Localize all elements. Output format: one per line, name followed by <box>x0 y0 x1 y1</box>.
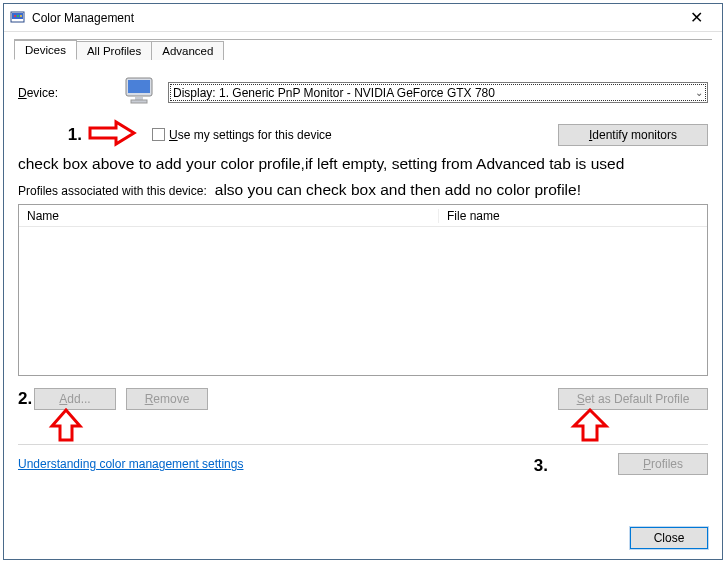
add-button[interactable]: Add... <box>34 388 116 410</box>
svg-rect-8 <box>131 100 147 103</box>
remove-button[interactable]: Remove <box>126 388 208 410</box>
window-close-button[interactable]: ✕ <box>676 8 716 27</box>
use-my-settings-label: Use my settings for this device <box>169 128 332 142</box>
close-button[interactable]: Close <box>630 527 708 549</box>
annotation-line2: also you can check box and then add no c… <box>215 180 581 200</box>
set-default-profile-button[interactable]: Set as Default Profile <box>558 388 708 410</box>
device-dropdown[interactable]: Display: 1. Generic PnP Monitor - NVIDIA… <box>168 82 708 103</box>
red-arrow-right-icon <box>88 119 138 150</box>
app-icon <box>10 10 26 26</box>
svg-point-2 <box>14 15 16 17</box>
annotation-step3: 3. <box>534 456 548 476</box>
red-arrow-up-icon-2 <box>48 408 84 445</box>
window: Color Management ✕ Devices All Profiles … <box>3 3 723 560</box>
tab-advanced[interactable]: Advanced <box>151 41 224 60</box>
profiles-assoc-label: Profiles associated with this device: <box>18 184 207 198</box>
svg-rect-6 <box>128 80 150 93</box>
device-selected-text: Display: 1. Generic PnP Monitor - NVIDIA… <box>173 86 495 100</box>
annotation-line1: check box above to add your color profil… <box>18 154 708 174</box>
titlebar: Color Management ✕ <box>4 4 722 32</box>
chevron-down-icon: ⌄ <box>695 87 703 98</box>
column-filename[interactable]: File name <box>439 209 707 223</box>
monitor-icon <box>124 76 158 109</box>
red-arrow-up-icon-3 <box>570 408 610 445</box>
svg-point-4 <box>20 15 22 17</box>
profiles-listview[interactable]: Name File name <box>18 204 708 376</box>
understanding-link[interactable]: Understanding color management settings <box>18 457 243 471</box>
device-label: Device: <box>18 86 124 100</box>
tab-devices[interactable]: Devices <box>14 40 77 60</box>
use-my-settings-checkbox[interactable]: Use my settings for this device <box>152 128 332 142</box>
annotation-step2: 2. <box>18 389 34 409</box>
tab-all-profiles[interactable]: All Profiles <box>76 41 152 60</box>
profiles-button[interactable]: Profiles <box>618 453 708 475</box>
checkbox-icon <box>152 128 165 141</box>
identify-monitors-button[interactable]: Identify monitors <box>558 124 708 146</box>
annotation-step1: 1. <box>68 125 82 144</box>
tabs: Devices All Profiles Advanced <box>4 32 722 60</box>
column-name[interactable]: Name <box>19 209 439 223</box>
window-title: Color Management <box>32 11 676 25</box>
svg-point-3 <box>17 15 19 17</box>
listview-header: Name File name <box>19 205 707 227</box>
